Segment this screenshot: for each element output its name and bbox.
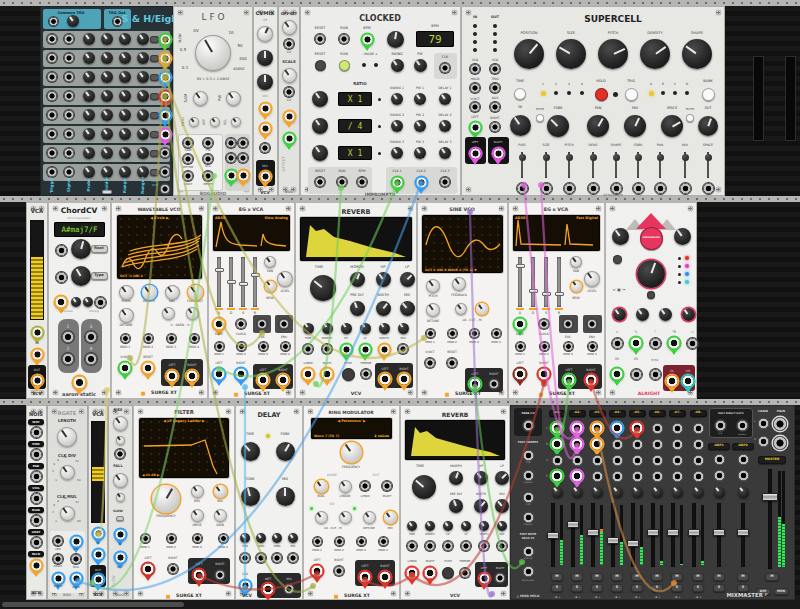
ch-solo-button[interactable]: S [571,584,583,592]
knob[interactable] [439,93,451,105]
root-cv-port[interactable] [56,245,67,256]
predelay-knob[interactable] [350,301,365,316]
frequency-knob[interactable] [341,442,362,463]
note4-out[interactable] [85,353,97,365]
jack-port[interactable] [47,72,57,82]
time-knob[interactable] [412,475,436,499]
ch-v-port[interactable] [632,455,643,466]
button[interactable] [102,190,112,194]
hold-in[interactable] [470,83,480,93]
env-out[interactable] [279,319,289,329]
audio-in[interactable] [93,549,104,560]
knob[interactable] [414,147,426,159]
jack-port[interactable] [64,129,74,139]
cv1-in[interactable] [260,103,271,114]
knob[interactable] [303,323,314,334]
knob[interactable] [137,109,149,121]
right-in[interactable] [490,122,500,132]
cv3-in[interactable] [260,143,270,153]
ch-l-port[interactable] [611,422,623,434]
mod1-port[interactable] [426,329,435,338]
inversion-port[interactable] [55,296,67,308]
mod3-port[interactable] [259,342,268,351]
hold-button[interactable] [595,88,608,101]
chain-r-in[interactable] [758,436,769,447]
space-knob[interactable] [661,115,683,137]
left-out[interactable] [193,569,205,581]
ch-pan-knob[interactable] [672,487,683,498]
ch-mute-button[interactable]: M [611,573,623,581]
ch-fader[interactable] [651,503,655,567]
mod-d-knob[interactable] [682,308,695,321]
ch-v-port[interactable] [592,455,603,466]
pitch-knob[interactable] [426,279,440,293]
out-port-3[interactable] [160,72,171,83]
mini-slider[interactable] [545,152,547,178]
mute-in-button[interactable] [536,114,544,122]
resp-knob[interactable] [265,281,276,292]
mon-button[interactable]: MON [774,588,789,595]
right-in[interactable] [538,368,550,380]
cv2-in[interactable] [260,123,271,134]
grp2-label[interactable]: GRP2 [732,443,754,450]
reset-in[interactable] [315,34,325,44]
right-out[interactable] [489,379,499,389]
ramp-out[interactable] [226,153,236,163]
insert-1-8-port[interactable] [523,450,534,461]
channel-label[interactable]: -08- [690,410,707,417]
channel-label[interactable]: -07- [669,410,686,417]
chronoblob-logo[interactable]: CHRONOBLOB [640,227,663,250]
knob[interactable] [443,521,453,531]
tap-in[interactable] [631,369,642,380]
voicing-port[interactable] [95,297,106,308]
knob[interactable] [322,323,333,334]
mod-c-knob[interactable] [659,308,672,321]
mod1-port[interactable] [516,342,525,351]
pw-knob[interactable] [414,59,427,72]
jack-port[interactable] [47,91,57,101]
ch-r-port[interactable] [672,439,683,450]
fdbk-knob[interactable] [547,115,569,137]
freeze-cv-in[interactable] [460,568,470,578]
master-mute[interactable]: M [765,573,779,581]
ch-fader[interactable] [692,503,696,567]
knob[interactable] [137,90,149,102]
grp1-pan-knob[interactable] [714,487,725,498]
knob[interactable] [189,117,199,127]
lp-cv-in[interactable] [360,344,371,355]
rise-shape-knob[interactable] [116,436,125,445]
knob[interactable] [83,166,95,178]
knob[interactable] [455,303,467,315]
resp-knob[interactable] [571,281,582,292]
in-port[interactable] [115,529,126,540]
bpm-out[interactable] [357,177,367,187]
time-knob[interactable] [310,275,336,301]
channel-label[interactable]: -02- [569,410,586,417]
mod4-port[interactable] [219,534,228,543]
mod2-port[interactable] [144,334,153,343]
main-l-out[interactable] [773,417,787,431]
ch-p-port[interactable] [592,471,603,482]
ratio3-knob[interactable] [312,145,328,161]
left-out[interactable] [257,374,269,386]
type-cv-port[interactable] [56,272,67,283]
left-out[interactable] [166,370,178,382]
lp-knob[interactable] [495,471,509,485]
sample-knob[interactable] [193,91,208,106]
range-switch[interactable] [150,55,159,62]
reset-in[interactable] [53,554,63,564]
bias-knob[interactable] [315,480,328,493]
jack-port[interactable] [47,53,57,63]
position-knob[interactable] [514,39,544,69]
mix-knob[interactable] [495,499,509,513]
mix-out[interactable] [260,171,271,182]
jack-port[interactable] [64,34,74,44]
ch-solo-button[interactable]: S [651,584,663,592]
knob[interactable] [256,533,266,543]
violet-out[interactable] [31,493,42,504]
left-out[interactable] [666,375,678,387]
time-button[interactable] [514,88,526,100]
fall-knob[interactable] [113,473,128,488]
ch-l-port[interactable] [571,422,583,434]
sync-in[interactable] [611,368,623,380]
